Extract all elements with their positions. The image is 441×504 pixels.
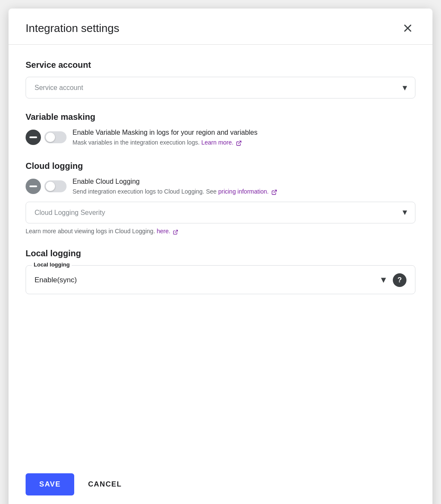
dialog-footer: SAVE CANCEL [9, 461, 432, 504]
service-account-title: Service account [26, 60, 415, 70]
save-button[interactable]: SAVE [26, 473, 74, 495]
cloud-logging-toggle-text: Enable Cloud Logging Send integration ex… [73, 178, 277, 197]
service-account-section: Service account Service account ▼ [26, 60, 415, 98]
local-logging-value: Enable(sync) [35, 276, 77, 284]
cloud-logging-description: Send integration execution logs to Cloud… [73, 187, 277, 197]
cloud-logging-toggle-row: Enable Cloud Logging Send integration ex… [26, 178, 415, 197]
cloud-logging-toggle-group [26, 179, 67, 194]
service-account-select[interactable]: Service account [26, 77, 415, 98]
svg-rect-4 [29, 185, 37, 187]
cloud-logging-label: Enable Cloud Logging [73, 178, 277, 185]
svg-line-3 [238, 141, 241, 144]
variable-masking-learn-more-link[interactable]: Learn more. [201, 139, 242, 146]
integration-settings-dialog: Integration settings Service account Ser… [9, 9, 432, 504]
local-logging-controls: ▼ ? [379, 273, 406, 287]
variable-masking-label: Enable Variable Masking in logs for your… [73, 129, 258, 136]
variable-masking-toggle-group [26, 130, 67, 145]
cloud-logging-pricing-link[interactable]: pricing information. [218, 188, 277, 195]
local-logging-section: Local logging Local logging Enable(sync)… [26, 249, 415, 294]
cloud-logging-section: Cloud logging Enable Cloud Logging Send … [26, 161, 415, 235]
cloud-logging-pricing-external-icon [271, 188, 277, 197]
service-account-select-wrapper: Service account ▼ [26, 77, 415, 98]
svg-rect-2 [29, 136, 37, 138]
cloud-logging-hint-link[interactable]: here. [157, 228, 178, 235]
variable-masking-title: Variable masking [26, 112, 415, 122]
cloud-logging-title: Cloud logging [26, 161, 415, 171]
cloud-logging-toggle-switch[interactable] [44, 180, 67, 192]
local-logging-dropdown-icon[interactable]: ▼ [379, 275, 388, 285]
cloud-logging-severity-wrapper: Cloud Logging Severity ▼ Learn more abou… [26, 202, 415, 235]
local-logging-help-icon[interactable]: ? [393, 273, 406, 287]
cloud-logging-severity-select-wrapper: Cloud Logging Severity ▼ [26, 202, 415, 223]
cloud-logging-toggle-knob [46, 182, 55, 191]
cloud-logging-severity-select[interactable]: Cloud Logging Severity [26, 202, 415, 223]
close-button[interactable] [400, 20, 415, 36]
cloud-logging-hint: Learn more about viewing logs in Cloud L… [26, 228, 415, 235]
variable-masking-toggle-text: Enable Variable Masking in logs for your… [73, 129, 258, 148]
variable-masking-toggle-knob [46, 133, 55, 142]
local-logging-legend: Local logging [32, 261, 72, 268]
local-logging-fieldset: Local logging Enable(sync) ▼ ? [26, 265, 415, 294]
variable-masking-section: Variable masking Enable Variable Masking… [26, 112, 415, 148]
variable-masking-description: Mask variables in the integration execut… [73, 138, 258, 148]
variable-masking-minus-icon [26, 130, 41, 145]
svg-line-5 [274, 190, 276, 193]
dialog-content: Service account Service account ▼ Variab… [9, 45, 432, 461]
local-logging-title: Local logging [26, 249, 415, 258]
svg-line-6 [175, 230, 178, 232]
variable-masking-external-icon [236, 139, 242, 148]
variable-masking-toggle-row: Enable Variable Masking in logs for your… [26, 129, 415, 148]
dialog-title: Integration settings [26, 22, 119, 35]
dialog-header: Integration settings [9, 9, 432, 45]
local-logging-select-row: Enable(sync) ▼ ? [35, 269, 406, 287]
cloud-logging-hint-external-icon [173, 228, 178, 235]
cloud-logging-minus-icon [26, 179, 41, 194]
cancel-button[interactable]: CANCEL [84, 473, 125, 495]
variable-masking-toggle-switch[interactable] [44, 131, 67, 143]
